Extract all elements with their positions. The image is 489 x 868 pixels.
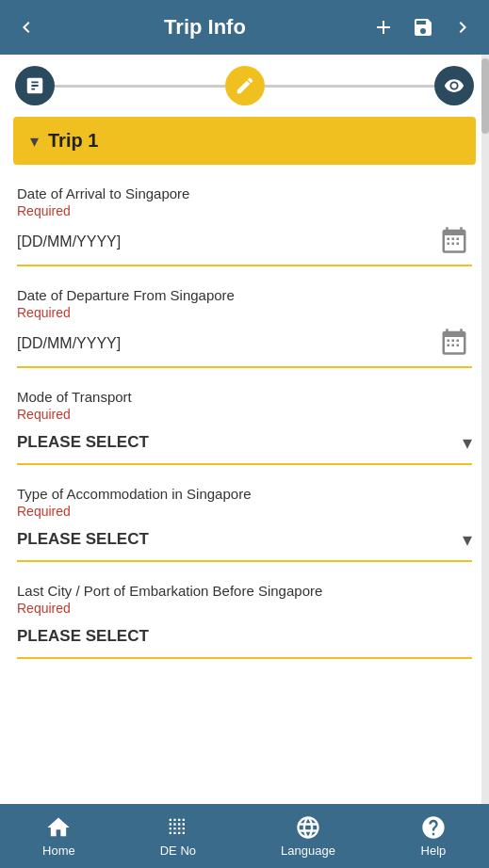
departure-calendar-button[interactable] <box>436 326 472 361</box>
progress-line-1 <box>55 85 225 88</box>
accommodation-label: Type of Accommodation in Singapore <box>17 486 472 502</box>
transport-select-row[interactable]: PLEASE SELECT ▾ <box>17 427 472 465</box>
progress-bar <box>0 55 489 117</box>
arrival-date-input[interactable] <box>17 230 436 254</box>
header-action-icons <box>368 12 478 42</box>
departure-input-row <box>17 326 472 368</box>
departure-section: Date of Departure From Singapore Require… <box>17 287 472 368</box>
transport-required: Required <box>17 407 472 422</box>
arrival-calendar-button[interactable] <box>436 224 472 259</box>
last-city-select-text: PLEASE SELECT <box>17 621 472 651</box>
trip-1-label: Trip 1 <box>48 130 98 152</box>
transport-dropdown-arrow-icon: ▾ <box>463 431 472 454</box>
step-2-icon[interactable] <box>225 66 265 105</box>
last-city-required: Required <box>17 601 472 616</box>
nav-home[interactable]: Home <box>33 809 85 863</box>
trip-form: Date of Arrival to Singapore Required Da… <box>0 165 489 661</box>
page-title: Trip Info <box>164 15 246 40</box>
trip-1-header[interactable]: ▾ Trip 1 <box>13 117 476 165</box>
transport-select-text: PLEASE SELECT <box>17 427 463 458</box>
step-3-icon[interactable] <box>434 66 474 105</box>
accommodation-select-row[interactable]: PLEASE SELECT ▾ <box>17 524 472 562</box>
scroll-thumb <box>481 58 489 134</box>
accommodation-select-text: PLEASE SELECT <box>17 524 463 555</box>
nav-home-label: Home <box>42 844 75 858</box>
accommodation-required: Required <box>17 504 472 519</box>
last-city-select-row[interactable]: PLEASE SELECT <box>17 621 472 659</box>
trip-chevron-icon: ▾ <box>30 131 39 152</box>
accommodation-dropdown-arrow-icon: ▾ <box>463 528 472 551</box>
last-city-label: Last City / Port of Embarkation Before S… <box>17 583 472 599</box>
progress-line-2 <box>265 85 435 88</box>
nav-deno[interactable]: DE No <box>151 809 205 863</box>
departure-label: Date of Departure From Singapore <box>17 287 472 303</box>
forward-button[interactable] <box>448 12 478 42</box>
nav-help-label: Help <box>421 844 447 858</box>
nav-language-label: Language <box>281 844 335 858</box>
bottom-navigation: Home DE No Language Help <box>0 804 489 868</box>
arrival-input-row <box>17 224 472 266</box>
app-header: Trip Info <box>0 0 489 55</box>
transport-label: Mode of Transport <box>17 389 472 405</box>
step-1-icon[interactable] <box>15 66 55 105</box>
departure-required: Required <box>17 305 472 320</box>
arrival-section: Date of Arrival to Singapore Required <box>17 185 472 266</box>
accommodation-section: Type of Accommodation in Singapore Requi… <box>17 486 472 562</box>
arrival-label: Date of Arrival to Singapore <box>17 185 472 201</box>
nav-deno-label: DE No <box>160 844 196 858</box>
add-button[interactable] <box>368 12 399 42</box>
departure-date-input[interactable] <box>17 331 436 356</box>
transport-section: Mode of Transport Required PLEASE SELECT… <box>17 389 472 465</box>
save-button[interactable] <box>408 12 438 42</box>
scroll-track <box>481 55 489 804</box>
back-button[interactable] <box>11 12 41 42</box>
arrival-required: Required <box>17 203 472 218</box>
nav-language[interactable]: Language <box>271 809 345 863</box>
last-city-section: Last City / Port of Embarkation Before S… <box>17 583 472 659</box>
nav-help[interactable]: Help <box>411 809 456 863</box>
